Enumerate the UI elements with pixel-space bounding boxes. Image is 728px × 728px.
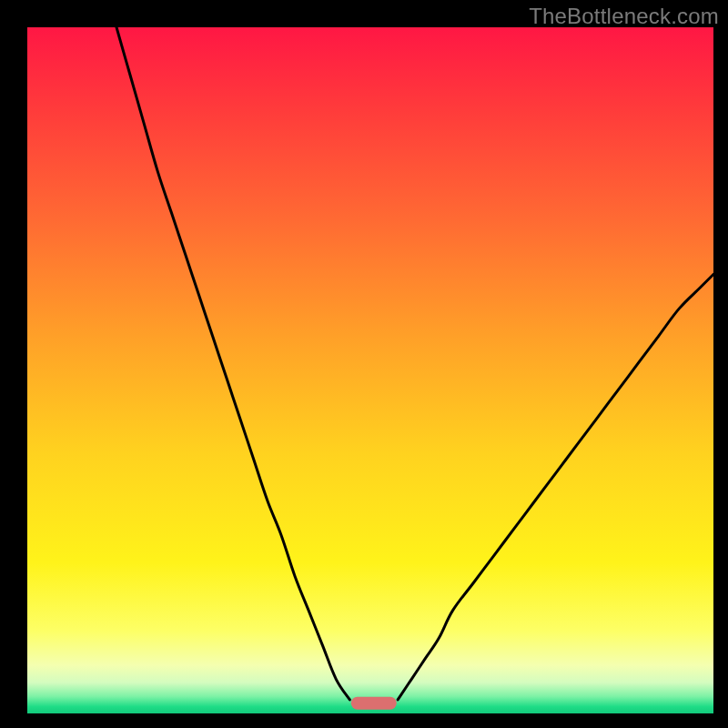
gradient-background <box>27 27 713 713</box>
plot-svg <box>27 27 713 713</box>
optimum-marker <box>351 697 397 710</box>
attribution-text: TheBottleneck.com <box>529 4 719 29</box>
chart-frame: TheBottleneck.com <box>0 0 728 728</box>
bottleneck-plot <box>27 27 713 713</box>
